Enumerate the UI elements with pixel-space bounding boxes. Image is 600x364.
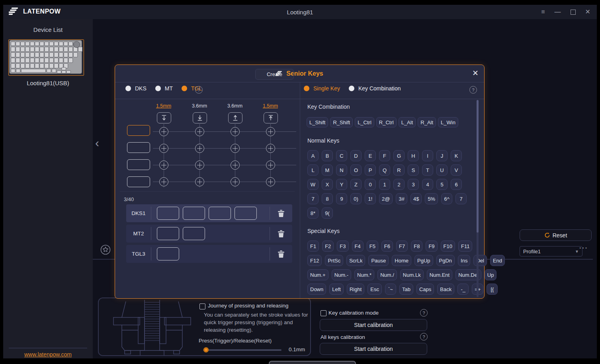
stroke-key-slot-selected[interactable] (127, 125, 150, 136)
website-link[interactable]: www.latenpow.com (24, 351, 72, 358)
key-button-g[interactable]: G (393, 150, 405, 161)
stroke-slider-track[interactable] (203, 349, 281, 351)
all-keys-calibration-help-icon[interactable]: ? (420, 333, 428, 341)
mode-radio-tgl[interactable] (182, 86, 187, 91)
collapse-sidebar-icon[interactable]: ‹ (95, 137, 99, 149)
key-button-3[interactable]: 3 (408, 179, 419, 190)
stroke-point-icon[interactable] (159, 177, 168, 186)
key-button-7[interactable]: 7 (455, 193, 467, 204)
key-button-p[interactable]: P (365, 164, 376, 176)
trash-icon[interactable] (273, 229, 289, 238)
key-button-right[interactable]: Right (347, 284, 364, 295)
key-button-f12[interactable]: F12 (307, 255, 322, 266)
key-button-pause[interactable]: Pause (368, 255, 389, 266)
stroke-point-icon[interactable] (231, 177, 240, 186)
key-button-y[interactable]: Y (336, 179, 347, 190)
key-button-8*[interactable]: 8* (307, 207, 319, 219)
key-button-h[interactable]: H (408, 150, 419, 161)
modal-scrollbar-thumb[interactable] (477, 100, 479, 233)
key-button-5%[interactable]: 5% (425, 193, 438, 204)
key-button-b[interactable]: B (322, 150, 333, 161)
key-button--_[interactable]: -_ (457, 284, 469, 295)
key-button-1[interactable]: 1 (379, 179, 390, 190)
key-button-r_ctrl[interactable]: R_Ctrl (376, 117, 397, 127)
star-badge-icon[interactable] (100, 245, 111, 255)
key-button-9([interactable]: 9( (322, 207, 333, 219)
key-button-f7[interactable]: F7 (396, 241, 408, 252)
key-button-n[interactable]: N (336, 164, 347, 176)
group-key-slot[interactable] (235, 207, 257, 220)
mode-help-icon[interactable]: ? (195, 86, 203, 94)
key-button-f6[interactable]: F6 (381, 241, 393, 252)
key-button-num./[interactable]: Num./ (377, 269, 397, 280)
key-button-l_alt[interactable]: L_Alt (399, 117, 416, 127)
key-button-home[interactable]: Home (392, 255, 411, 266)
trash-icon[interactable] (273, 250, 289, 258)
key-button-0)[interactable]: 0) (350, 193, 362, 204)
key-button-u[interactable]: U (436, 164, 448, 176)
key-button-`~[interactable]: `~ (385, 284, 396, 295)
key-button-esc[interactable]: Esc (367, 284, 382, 295)
stroke-key-slot[interactable] (127, 142, 150, 153)
key-button-back[interactable]: Back (437, 284, 454, 295)
key-button-a[interactable]: A (307, 150, 319, 161)
more-options-icon[interactable]: ··· (579, 245, 588, 252)
stroke-slider-thumb[interactable] (203, 347, 209, 352)
key-button-q[interactable]: Q (379, 164, 390, 176)
key-button-l_win[interactable]: L_Win (438, 117, 458, 127)
key-button-r_shift[interactable]: R_Shift (330, 117, 353, 127)
key-button-pgdn[interactable]: PgDn (436, 255, 455, 266)
trash-icon[interactable] (273, 209, 289, 218)
group-key-slot[interactable] (183, 227, 205, 240)
key-calibration-checkbox[interactable] (321, 310, 326, 316)
stroke-point-icon[interactable] (159, 144, 168, 153)
group-key-slot[interactable] (157, 227, 179, 240)
key-button-d[interactable]: D (350, 150, 362, 161)
key-button-4[interactable]: 4 (422, 179, 433, 190)
key-button-l[interactable]: L (307, 164, 319, 176)
key-button-f1[interactable]: F1 (307, 241, 319, 252)
key-button-f5[interactable]: F5 (367, 241, 378, 252)
key-button-end[interactable]: End (490, 255, 505, 266)
key-button-tab[interactable]: Tab (399, 284, 413, 295)
stroke-point-icon[interactable] (195, 177, 204, 186)
minimize-icon[interactable]: — (555, 9, 561, 15)
key-button-o[interactable]: O (350, 164, 362, 176)
key-button-9[interactable]: 9 (336, 193, 347, 204)
key-button-f9[interactable]: F9 (426, 241, 437, 252)
key-button-t[interactable]: T (422, 164, 433, 176)
key-button-l_shift[interactable]: L_Shift (307, 117, 328, 127)
group-key-slot[interactable] (209, 207, 231, 220)
key-button-del[interactable]: Del (473, 255, 487, 266)
key-button-num.*[interactable]: Num.* (354, 269, 374, 280)
key-button-num.lk[interactable]: Num.Lk (400, 269, 424, 280)
key-button-6[interactable]: 6 (451, 179, 462, 190)
key-button-w[interactable]: W (307, 179, 319, 190)
stroke-key-slot[interactable] (127, 159, 150, 170)
stroke-point-icon[interactable] (231, 160, 240, 170)
key-button-4$[interactable]: 4$ (410, 193, 422, 204)
key-button-c[interactable]: C (336, 150, 347, 161)
stroke-point-icon[interactable] (266, 160, 275, 170)
key-button-m[interactable]: M (322, 164, 333, 176)
key-button-5[interactable]: 5 (436, 179, 448, 190)
stroke-point-icon[interactable] (195, 144, 204, 153)
key-button-num.+[interactable]: Num.+ (307, 269, 328, 280)
key-button-f3[interactable]: F3 (337, 241, 348, 252)
key-calibration-help-icon[interactable]: ? (420, 309, 428, 317)
key-button-down[interactable]: Down (307, 284, 326, 295)
key-button-[{[interactable]: [{ (487, 284, 498, 295)
key-mode-radio-key-combination[interactable] (349, 86, 354, 91)
key-button-6^[interactable]: 6^ (441, 193, 452, 204)
key-button-v[interactable]: V (451, 164, 462, 176)
key-button-8[interactable]: 8 (322, 193, 333, 204)
key-mode-label[interactable]: Key Combination (358, 85, 401, 92)
mode-radio-dks[interactable] (125, 86, 131, 91)
key-button-s[interactable]: S (408, 164, 419, 176)
mode-radio-mt[interactable] (155, 86, 161, 91)
stroke-key-slot[interactable] (127, 176, 150, 187)
device-card[interactable] (8, 39, 84, 76)
key-button-r_alt[interactable]: R_Alt (418, 117, 436, 127)
reset-button[interactable]: Reset (520, 229, 592, 241)
stroke-point-icon[interactable] (266, 127, 275, 136)
